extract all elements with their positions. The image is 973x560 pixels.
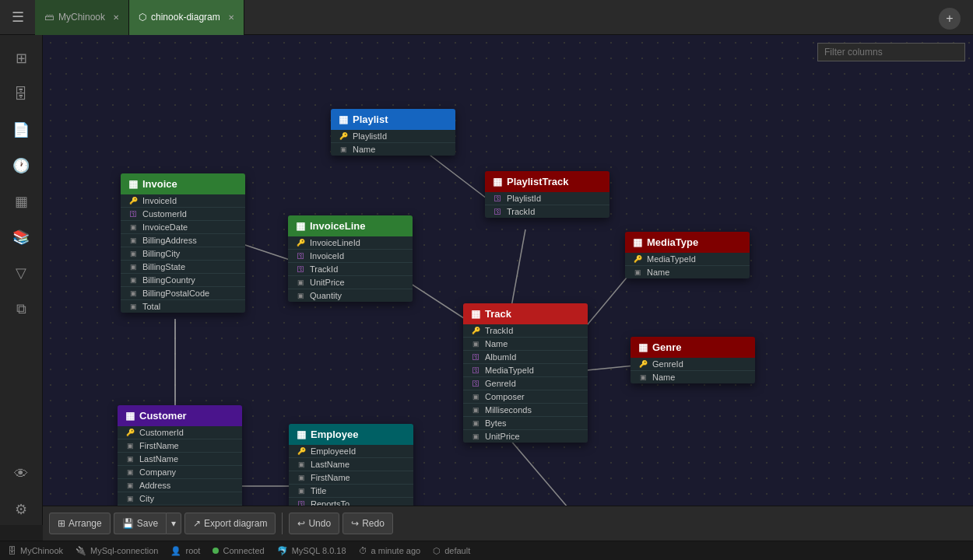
- col-icon: ▣: [297, 460, 306, 469]
- table-icon: ▦: [296, 220, 305, 232]
- fk-icon: ⚿: [296, 251, 305, 261]
- table-invoice[interactable]: ▦ Invoice 🔑 InvoiceId ⚿ CustomerId ▣ Inv…: [121, 173, 245, 313]
- table-track[interactable]: ▦ Track 🔑 TrackId ▣ Name ⚿ AlbumId ⚿ Med…: [463, 303, 588, 443]
- table-row: ⚿ PlaylistId: [485, 192, 609, 205]
- pk-icon: 🔑: [125, 428, 135, 437]
- fk-icon: ⚿: [493, 207, 502, 216]
- table-invoice-body: 🔑 InvoiceId ⚿ CustomerId ▣ InvoiceDate ▣…: [121, 194, 245, 313]
- col-icon: ▣: [471, 432, 480, 441]
- save-button[interactable]: 💾 Save: [114, 513, 166, 534]
- table-row: ▣ Name: [463, 338, 588, 351]
- col-icon: ▣: [125, 454, 135, 464]
- pk-icon: 🔑: [296, 238, 305, 247]
- table-row: 🔑 InvoiceId: [121, 194, 245, 208]
- tab-diagram[interactable]: ⬡ chinook-diagram ✕: [129, 0, 244, 35]
- col-icon: ▣: [471, 418, 480, 428]
- status-db: 🗄 MyChinook: [8, 546, 63, 555]
- col-icon: ▣: [128, 289, 138, 298]
- table-track-body: 🔑 TrackId ▣ Name ⚿ AlbumId ⚿ MediaTypeId…: [463, 324, 588, 443]
- arrange-button[interactable]: ⊞ Arrange: [49, 513, 111, 534]
- table-genre-body: 🔑 GenreId ▣ Name: [631, 358, 755, 383]
- tab-mychinook-close[interactable]: ✕: [113, 13, 119, 22]
- fk-icon: ⚿: [296, 264, 305, 274]
- tab-mychinook-label: MyChinook: [58, 12, 105, 23]
- col-icon: ▣: [296, 278, 305, 287]
- pk-icon: 🔑: [297, 446, 306, 456]
- status-schema: ⬡ default: [433, 546, 470, 556]
- table-icon: ▦: [339, 114, 348, 125]
- table-row: ▣ BillingPostalCode: [121, 287, 245, 300]
- sidebar-home-icon[interactable]: ⊞: [5, 43, 37, 74]
- table-row: ▣ FirstName: [289, 471, 413, 485]
- table-row: ▣ Title: [289, 485, 413, 498]
- table-employee-header: ▦ Employee: [289, 424, 413, 445]
- table-row: ▣ BillingAddress: [121, 234, 245, 247]
- sidebar-file-icon[interactable]: 📄: [5, 114, 37, 145]
- toolbar-separator: [282, 513, 283, 534]
- table-row: ▣ Name: [625, 266, 750, 278]
- table-row: ▣ UnitPrice: [288, 276, 413, 289]
- table-invoiceline[interactable]: ▦ InvoiceLine 🔑 InvoiceLineId ⚿ InvoiceI…: [288, 215, 413, 302]
- table-row: ▣ City: [118, 492, 242, 506]
- table-playlist-body: 🔑 PlaylistId ▣ Name: [331, 130, 455, 156]
- diagram-icon: ⬡: [139, 12, 146, 23]
- table-employee[interactable]: ▦ Employee 🔑 EmployeeId ▣ LastName ▣ Fir…: [289, 424, 413, 506]
- status-connection: 🔌 MySql-connection: [76, 546, 158, 556]
- status-user: 👤 root: [170, 546, 200, 556]
- sidebar-eye-icon[interactable]: 👁: [5, 458, 37, 489]
- table-playlist[interactable]: ▦ Playlist 🔑 PlaylistId ▣ Name: [331, 109, 455, 156]
- arrange-icon: ⊞: [58, 518, 65, 529]
- table-invoice-header: ▦ Invoice: [121, 173, 245, 194]
- sidebar-settings-icon[interactable]: ⚙: [5, 494, 37, 525]
- diagram-canvas[interactable]: ▦ Playlist 🔑 PlaylistId ▣ Name ▦ Playlis…: [43, 35, 973, 506]
- table-genre[interactable]: ▦ Genre 🔑 GenreId ▣ Name: [631, 337, 755, 383]
- sidebar-books-icon[interactable]: 📚: [5, 222, 37, 253]
- table-row: 🔑 CustomerId: [118, 426, 242, 439]
- table-row: ▣ Bytes: [463, 417, 588, 430]
- tab-diagram-close[interactable]: ✕: [228, 13, 234, 22]
- table-row: ▣ BillingState: [121, 261, 245, 274]
- table-row: 🔑 MediaTypeId: [625, 253, 750, 266]
- table-row: ▣ UnitPrice: [463, 430, 588, 443]
- save-icon: 💾: [122, 518, 134, 529]
- table-row: ▣ BillingCity: [121, 247, 245, 261]
- table-row: ⚿ InvoiceId: [288, 250, 413, 263]
- filter-columns-input[interactable]: [817, 43, 965, 61]
- statusbar: 🗄 MyChinook 🔌 MySql-connection 👤 root Co…: [0, 541, 973, 560]
- table-row: ⚿ CustomerId: [121, 208, 245, 221]
- pk-icon: 🔑: [339, 131, 348, 141]
- export-button[interactable]: ↗ Export diagram: [184, 513, 276, 534]
- table-icon: ▦: [297, 429, 306, 440]
- table-playlisttrack[interactable]: ▦ PlaylistTrack ⚿ PlaylistId ⚿ TrackId: [485, 171, 609, 218]
- new-tab-button[interactable]: +: [939, 8, 961, 30]
- sidebar-triangle-icon[interactable]: ▽: [5, 257, 37, 289]
- table-invoiceline-header: ▦ InvoiceLine: [288, 215, 413, 236]
- table-row: ▣ FirstName: [118, 439, 242, 453]
- col-icon: ▣: [125, 494, 135, 503]
- table-mediatype[interactable]: ▦ MediaType 🔑 MediaTypeId ▣ Name: [625, 232, 750, 278]
- table-row: 🔑 EmployeeId: [289, 445, 413, 458]
- table-mediatype-header: ▦ MediaType: [625, 232, 750, 253]
- sidebar-layers-icon[interactable]: ⧉: [5, 293, 37, 324]
- tab-mychinook[interactable]: 🗃 MyChinook ✕: [35, 0, 129, 35]
- table-employee-body: 🔑 EmployeeId ▣ LastName ▣ FirstName ▣ Ti…: [289, 445, 413, 506]
- menu-icon[interactable]: ☰: [0, 0, 35, 35]
- sidebar-history-icon[interactable]: 🕐: [5, 150, 37, 181]
- sidebar-database-icon[interactable]: 🗄: [5, 79, 37, 110]
- table-row: ▣ Address: [118, 479, 242, 492]
- undo-button[interactable]: ↩ Undo: [289, 513, 339, 534]
- fk-icon: ⚿: [471, 366, 480, 375]
- table-playlist-header: ▦ Playlist: [331, 109, 455, 130]
- col-icon: ▣: [125, 481, 135, 490]
- table-customer[interactable]: ▦ Customer 🔑 CustomerId ▣ FirstName ▣ La…: [118, 405, 242, 506]
- fk-icon: ⚿: [128, 209, 138, 219]
- save-dropdown-button[interactable]: ▾: [166, 513, 181, 534]
- table-row: ▣ Company: [118, 466, 242, 479]
- db-icon: 🗃: [44, 12, 54, 23]
- col-icon: ▣: [128, 275, 138, 285]
- fk-icon: ⚿: [471, 379, 480, 388]
- table-row: ▣ Milliseconds: [463, 404, 588, 417]
- table-row: ⚿ MediaTypeId: [463, 364, 588, 377]
- sidebar-table-icon[interactable]: ▦: [5, 186, 37, 217]
- redo-button[interactable]: ↪ Redo: [342, 513, 393, 534]
